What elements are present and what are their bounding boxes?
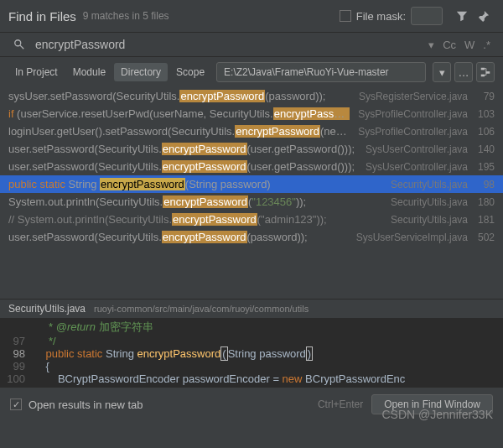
browse-button[interactable]: … — [454, 62, 473, 82]
result-row[interactable]: public static String encryptPassword(Str… — [0, 175, 503, 193]
tab-project[interactable]: In Project — [8, 63, 65, 81]
result-row[interactable]: System.out.println(SecurityUtils.encrypt… — [0, 193, 503, 211]
tab-scope[interactable]: Scope — [169, 63, 211, 81]
tree-button[interactable] — [476, 62, 495, 82]
pin-icon[interactable] — [477, 9, 490, 23]
result-line: 180 — [473, 196, 495, 208]
match-summary: 9 matches in 5 files — [83, 10, 169, 22]
result-file: SecurityUtils.java — [391, 196, 468, 208]
svg-rect-3 — [481, 75, 485, 77]
svg-point-0 — [15, 40, 21, 46]
open-tab-checkbox[interactable]: ✓ — [10, 399, 22, 410]
result-row[interactable]: sysUser.setPassword(SecurityUtils.encryp… — [0, 87, 503, 105]
results-list: sysUser.setPassword(SecurityUtils.encryp… — [0, 87, 503, 299]
result-row[interactable]: loginUser.getUser().setPassword(Security… — [0, 122, 503, 140]
words[interactable]: W — [464, 39, 474, 51]
result-file: SysProfileController.java — [358, 126, 468, 138]
result-line: 181 — [473, 214, 495, 226]
result-file: SysRegisterService.java — [359, 91, 468, 102]
result-file: SysProfileController.java — [358, 108, 468, 120]
search-icon — [13, 38, 26, 51]
shortcut-hint: Ctrl+Enter — [318, 399, 363, 410]
regex[interactable]: .* — [483, 39, 490, 51]
search-input[interactable] — [35, 38, 424, 51]
result-line: 98 — [473, 179, 495, 190]
match-case[interactable]: Cc — [443, 39, 456, 51]
dropdown-icon[interactable]: ▾ — [428, 39, 434, 51]
result-line: 502 — [473, 232, 495, 243]
preview-filename: SecurityUtils.java — [8, 303, 86, 315]
watermark: CSDN @Jennifer33K — [382, 408, 494, 421]
open-tab-label: Open results in new tab — [29, 399, 143, 411]
result-row[interactable]: user.setPassword(SecurityUtils.encryptPa… — [0, 140, 503, 158]
dialog-title: Find in Files — [8, 9, 76, 23]
result-line: 195 — [473, 161, 495, 173]
svg-rect-2 — [486, 71, 490, 74]
result-file: SysUserServiceImpl.java — [356, 232, 468, 243]
filemask-input[interactable] — [411, 7, 443, 25]
result-line: 79 — [473, 91, 495, 102]
tab-module[interactable]: Module — [66, 63, 112, 81]
tab-directory[interactable]: Directory — [114, 63, 168, 81]
path-dropdown[interactable]: ▾ — [433, 62, 451, 82]
result-row[interactable]: if (userService.resetUserPwd(userName, S… — [0, 105, 503, 122]
result-file: SysUserController.java — [366, 143, 468, 155]
preview-path: ruoyi-common/src/main/java/com/ruoyi/com… — [94, 304, 309, 314]
filter-icon[interactable] — [455, 9, 469, 23]
result-line: 106 — [473, 126, 495, 138]
filemask-checkbox[interactable] — [340, 10, 351, 22]
result-row[interactable]: user.setPassword(SecurityUtils.encryptPa… — [0, 158, 503, 175]
result-row[interactable]: // System.out.println(SecurityUtils.encr… — [0, 211, 503, 228]
directory-path[interactable]: E:\Z2\Java\Frame\RuoYi-Vue-master — [216, 62, 426, 82]
filemask-label: File mask: — [356, 10, 406, 23]
result-file: SysUserController.java — [366, 161, 468, 173]
result-line: 140 — [473, 143, 495, 155]
result-row[interactable]: user.setPassword(SecurityUtils.encryptPa… — [0, 228, 503, 246]
svg-rect-1 — [481, 68, 485, 70]
result-file: SecurityUtils.java — [391, 214, 468, 226]
result-line: 103 — [473, 108, 495, 120]
result-file: SecurityUtils.java — [391, 179, 468, 190]
preview-editor[interactable]: * @return 加密字符串97 */98 public static Str… — [0, 318, 503, 387]
